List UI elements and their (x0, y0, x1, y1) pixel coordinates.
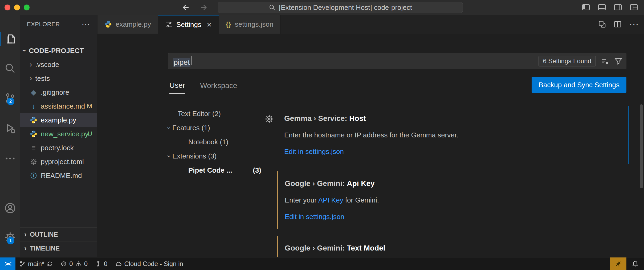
editor-area: example.py Settings × {} settings.json (97, 15, 644, 257)
timeline-label: TIMELINE (30, 245, 60, 252)
tab-label: settings.json (235, 20, 274, 29)
sync-changes-icon (47, 261, 53, 267)
search-text: pipet (173, 58, 190, 67)
search-activity-button[interactable] (0, 61, 20, 75)
files-icon (5, 33, 16, 45)
notifications-button[interactable] (626, 257, 644, 270)
edit-in-settings-json-link[interactable]: Edit in settings.json (285, 211, 622, 222)
tree-item-new-service-py[interactable]: new_service.py U (20, 127, 97, 141)
toc-label: Extensions (3) (172, 152, 217, 160)
open-changes-icon[interactable] (598, 20, 606, 28)
tree-item-pyproject-toml[interactable]: pyproject.toml (20, 155, 97, 169)
close-tab-icon[interactable]: × (207, 20, 212, 30)
toggle-primary-sidebar-icon[interactable] (582, 3, 590, 11)
more-actions-icon[interactable]: ⋯ (629, 19, 639, 30)
setting-google-gemini-text-model[interactable]: Google › Gemini: Text Model (277, 236, 629, 260)
setting-title: Google › Gemini: Text Model (285, 243, 622, 253)
tab-settings-json[interactable]: {} settings.json (219, 15, 281, 34)
split-editor-icon[interactable] (614, 20, 622, 28)
zoom-window-button[interactable] (24, 5, 30, 10)
git-untracked-badge: U (88, 130, 92, 138)
tab-label: example.py (116, 20, 151, 29)
customize-layout-icon[interactable] (630, 3, 638, 11)
explorer-activity-button[interactable] (0, 32, 20, 46)
explorer-title: EXPLORER (27, 21, 60, 28)
markdown-file-icon: ↓ (30, 102, 38, 110)
highlighted-status-item[interactable] (610, 257, 626, 270)
close-window-button[interactable] (5, 5, 10, 10)
tree-item-gitignore[interactable]: ◆ .gitignore (20, 85, 97, 99)
outline-section-header[interactable]: › OUTLINE (20, 227, 97, 241)
explorer-sidebar: EXPLORER ⋯ › CODE-PROJECT › .vscode › te… (20, 15, 97, 257)
tree-item-tests[interactable]: › tests (20, 72, 97, 85)
toggle-panel-icon[interactable] (598, 3, 606, 11)
explorer-more-actions-icon[interactable]: ⋯ (81, 19, 90, 29)
accounts-button[interactable] (0, 201, 20, 215)
setting-row-gear-icon[interactable] (265, 114, 274, 124)
tree-item-label: assistance.md (41, 102, 85, 110)
setting-title: Gemma › Service: Host (284, 113, 621, 124)
settings-search-input[interactable]: pipet 6 Settings Found (168, 53, 626, 69)
tab-settings[interactable]: Settings × (158, 15, 219, 34)
tree-item-vscode[interactable]: › .vscode (20, 58, 97, 72)
forward-button[interactable] (200, 3, 208, 12)
toc-label: Features (1) (172, 124, 210, 132)
python-file-icon (30, 130, 38, 138)
tab-example-py[interactable]: example.py (97, 15, 158, 34)
tree-item-assistance-md[interactable]: ↓ assistance.md M (20, 99, 97, 113)
scope-tab-workspace[interactable]: Workspace (200, 77, 237, 94)
branch-name: main* (28, 260, 44, 268)
setting-gemma-service-host[interactable]: Gemma › Service: Host Enter the hostname… (277, 106, 629, 164)
scope-tab-user[interactable]: User (169, 77, 185, 94)
manage-button[interactable]: 1 (0, 231, 20, 244)
muted-spark-icon (615, 260, 622, 267)
run-debug-activity-button[interactable] (0, 121, 20, 135)
minimize-window-button[interactable] (14, 5, 20, 10)
tree-item-poetry-lock[interactable]: ≡ poetry.lock (20, 141, 97, 155)
backup-sync-settings-button[interactable]: Backup and Sync Settings (532, 77, 626, 93)
setting-google-gemini-api-key[interactable]: Google › Gemini: Api Key Enter your API … (277, 171, 629, 229)
command-center[interactable]: [Extension Development Host] code-projec… (218, 2, 463, 13)
problems-status[interactable]: 0 0 (57, 257, 91, 270)
toc-item-features[interactable]: › Features (1) (168, 121, 264, 135)
chevron-right-icon: › (24, 231, 27, 238)
settings-scope-tabs: User Workspace (169, 77, 237, 94)
cloud-code-status[interactable]: Cloud Code - Sign in (111, 257, 187, 270)
toc-item-extensions[interactable]: › Extensions (3) (168, 149, 264, 163)
scm-changes-badge: 2 (7, 98, 14, 105)
chevron-down-icon: › (21, 49, 28, 52)
settings-sliders-icon (165, 21, 173, 28)
tree-root-code-project[interactable]: › CODE-PROJECT (20, 44, 97, 58)
more-views-button[interactable] (0, 152, 20, 165)
account-icon (4, 202, 16, 214)
tree-item-readme-md[interactable]: README.md (20, 169, 97, 182)
python-file-icon (30, 116, 38, 124)
vscode-window: [Extension Development Host] code-projec… (0, 0, 644, 270)
git-branch-status[interactable]: main* (15, 257, 57, 270)
toc-item-pipet-code[interactable]: Pipet Code ... (3) (168, 163, 264, 177)
ports-status[interactable]: 0 (91, 257, 111, 270)
clear-search-icon[interactable] (601, 57, 609, 65)
search-icon (4, 62, 16, 74)
api-key-link[interactable]: API Key (318, 196, 343, 204)
tree-item-example-py[interactable]: example.py (20, 113, 97, 127)
edit-in-settings-json-link[interactable]: Edit in settings.json (284, 146, 621, 157)
editor-tabs: example.py Settings × {} settings.json (97, 15, 644, 34)
ellipsis-icon (4, 153, 16, 164)
back-button[interactable] (181, 3, 190, 12)
remote-indicator[interactable]: >< (0, 257, 15, 270)
warning-count: 0 (84, 260, 88, 268)
toc-item-text-editor[interactable]: Text Editor (2) (168, 107, 264, 121)
filter-settings-icon[interactable] (614, 57, 622, 65)
text-caret (191, 56, 191, 65)
json-braces-icon: {} (226, 20, 231, 29)
scrollbar-thumb[interactable] (640, 104, 643, 188)
timeline-section-header[interactable]: › TIMELINE (20, 241, 97, 255)
tree-item-label: tests (35, 74, 50, 83)
toc-label: Text Editor (2) (178, 110, 221, 118)
errors-icon (60, 261, 67, 267)
toggle-secondary-sidebar-icon[interactable] (614, 3, 622, 11)
toc-label: Pipet Code ... (188, 166, 232, 174)
source-control-activity-button[interactable]: 2 (0, 91, 20, 105)
toc-item-notebook[interactable]: Notebook (1) (168, 135, 264, 149)
